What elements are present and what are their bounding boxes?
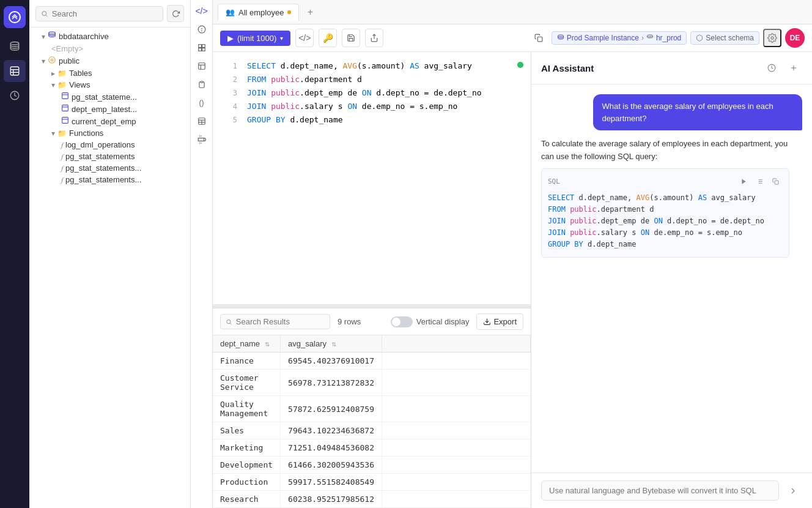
svg-rect-55 [775, 181, 778, 184]
search-box[interactable] [35, 6, 163, 21]
export-button[interactable]: Export [476, 313, 523, 330]
results-table-container: dept_name ⇅ avg_salary ⇅ Finance 69545.4… [213, 335, 531, 508]
ai-input-field[interactable] [541, 480, 779, 501]
refresh-btn[interactable] [167, 5, 184, 22]
ai-new-btn[interactable] [785, 59, 802, 77]
tree-item-func3[interactable]: 𝑓 pg_stat_statements... [29, 162, 190, 174]
svg-line-43 [230, 323, 231, 324]
svg-rect-38 [537, 37, 542, 42]
svg-rect-14 [62, 105, 68, 111]
svg-rect-23 [198, 48, 201, 51]
user-avatar[interactable]: DE [785, 28, 805, 48]
sidebar-database-btn[interactable] [4, 35, 26, 58]
tab-icon: 👥 [226, 8, 235, 17]
svg-point-39 [558, 35, 563, 37]
table-row: Production 59917.551582408549 [213, 474, 531, 491]
table-row: Finance 69545.402376910017 [213, 353, 531, 370]
copy-snippet-btn[interactable] [769, 175, 783, 189]
instance-badge[interactable]: Prod Sample Instance › hr_prod [552, 31, 687, 45]
ai-panel-header: AI Assistant [531, 52, 812, 84]
save-btn[interactable] [342, 29, 360, 47]
svg-rect-2 [10, 67, 19, 75]
tree-item-func4[interactable]: 𝑓 pg_stat_statements... [29, 174, 190, 185]
table-row: Quality Management 57872.625912408759 [213, 396, 531, 422]
results-area: 9 rows Vertical display Ex [213, 308, 531, 508]
tree-item-view2[interactable]: dept_emp_latest... [29, 103, 190, 115]
schema-badge[interactable]: Select schema [690, 31, 759, 45]
horizontal-scrollbar[interactable] [213, 304, 531, 308]
vtool-paren-btn[interactable]: () [193, 94, 210, 111]
tree-item-view3[interactable]: current_dept_emp [29, 115, 190, 127]
folder-icon: 📁 [57, 69, 67, 78]
insert-snippet-btn[interactable] [753, 175, 767, 189]
svg-rect-25 [198, 63, 205, 70]
cell-avg-salary: 79643.102234636872 [281, 422, 382, 439]
vtool-code-btn[interactable]: </> [193, 2, 210, 20]
tree-item-functions[interactable]: ▾ 📁 Functions [29, 127, 190, 139]
code-line-3: 3 JOIN public.dept_emp de ON d.dept_no =… [213, 86, 531, 100]
results-toolbar: 9 rows Vertical display Ex [213, 308, 531, 335]
tree-label: Views [69, 80, 90, 89]
tree-item-empty[interactable]: <Empty> [29, 43, 190, 54]
vtool-table2-btn[interactable] [193, 113, 210, 130]
vtool-chart-btn[interactable] [193, 58, 210, 75]
tree-item-public[interactable]: ▾ public [29, 54, 190, 67]
cell-avg-salary: 61466.302005943536 [281, 457, 382, 474]
svg-rect-28 [201, 81, 203, 83]
tab-add-btn[interactable]: + [301, 4, 319, 21]
compare-btn[interactable] [530, 29, 548, 47]
tree-item-views[interactable]: ▾ 📁 Views [29, 79, 190, 91]
cell-dept-name: Development [213, 457, 281, 474]
vtool-plug-btn[interactable] [193, 131, 210, 148]
vtool-grid-btn[interactable] [193, 39, 210, 56]
code-toggle-btn[interactable]: </> [295, 29, 314, 47]
svg-rect-16 [62, 118, 68, 124]
vertical-display-toggle[interactable]: Vertical display [391, 316, 470, 327]
ai-history-btn[interactable] [763, 59, 780, 77]
sort-icon: ⇅ [331, 341, 336, 348]
vtool-info-btn[interactable] [193, 21, 210, 38]
switch-control[interactable] [391, 316, 413, 327]
ai-messages: What is the average salary of employees … [531, 84, 812, 473]
cell-avg-salary: 59917.551582408549 [281, 474, 382, 491]
ai-settings-btn[interactable] [763, 29, 781, 47]
table-row: Sales 79643.102234636872 [213, 422, 531, 439]
cell-empty [382, 422, 530, 439]
sidebar-history-btn[interactable] [4, 84, 26, 106]
tab-all-employee[interactable]: 👥 All employee [218, 4, 299, 21]
share-btn[interactable] [365, 29, 383, 47]
run-snippet-btn[interactable] [737, 175, 751, 189]
results-search[interactable] [220, 314, 330, 329]
col-empty [382, 335, 530, 353]
search-input[interactable] [52, 9, 158, 18]
file-tree-content: ▾ bbdataarchive <Empty> ▾ public [29, 28, 190, 508]
vtool-func-btn[interactable] [193, 76, 210, 93]
tree-item-func2[interactable]: 𝑓 pg_stat_statements [29, 151, 190, 162]
tree-item-view1[interactable]: pg_stat_stateme... [29, 91, 190, 103]
col-avg-salary[interactable]: avg_salary ⇅ [281, 335, 382, 353]
sql-snippet-header: SQL [548, 175, 783, 189]
tree-item-func1[interactable]: 𝑓 log_dml_operations [29, 139, 190, 151]
col-dept-name[interactable]: dept_name ⇅ [213, 335, 281, 353]
chevron-down-icon: ▾ [51, 81, 55, 89]
code-area[interactable]: 1 SELECT d.dept_name, AVG(s.amount) AS a… [213, 52, 531, 304]
results-search-input[interactable] [236, 317, 325, 326]
ai-send-btn[interactable] [784, 482, 802, 500]
tree-label: current_dept_emp [72, 117, 136, 126]
code-line-2: 2 FROM public.department d [213, 73, 531, 86]
tree-item-tables[interactable]: ▸ 📁 Tables [29, 67, 190, 79]
export-icon [483, 318, 491, 326]
tree-item-bbdataarchive[interactable]: ▾ bbdataarchive [29, 30, 190, 43]
key-btn[interactable]: 🔑 [319, 29, 337, 47]
sidebar-table-btn[interactable] [4, 60, 26, 82]
svg-rect-12 [62, 93, 68, 99]
main-area: 👥 All employee + ▶ (limit 1000) ▾ </> 🔑 [213, 0, 812, 508]
vertical-display-label: Vertical display [416, 317, 470, 326]
svg-line-8 [46, 15, 47, 16]
tree-label: log_dml_operations [65, 140, 135, 149]
results-search-icon [226, 318, 232, 326]
table-row: Research 60238.952517985612 [213, 491, 531, 508]
run-icon: ▶ [227, 34, 234, 43]
tree-label: dept_emp_latest... [72, 105, 137, 114]
run-button[interactable]: ▶ (limit 1000) ▾ [220, 31, 290, 46]
